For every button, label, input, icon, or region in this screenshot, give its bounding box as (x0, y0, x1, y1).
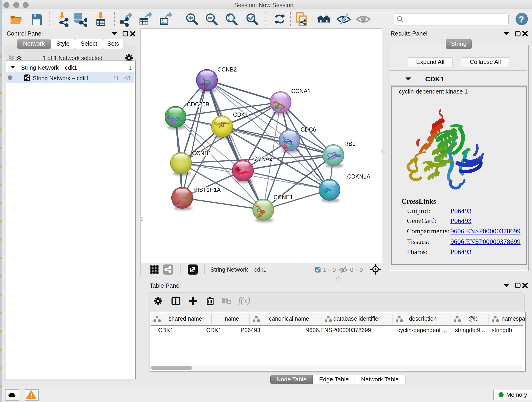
svg-text:HIST1H1A: HIST1H1A (193, 186, 221, 193)
svg-text:CDC25B: CDC25B (187, 101, 209, 108)
svg-text:CDKN1A: CDKN1A (347, 173, 370, 180)
svg-text:CCNB1: CCNB1 (192, 150, 211, 156)
svg-text:CCNE1: CCNE1 (273, 194, 293, 200)
svg-text:CCNA1: CCNA1 (291, 88, 311, 94)
svg-text:CCNB2: CCNB2 (217, 66, 237, 73)
svg-text:CDK1: CDK1 (233, 111, 248, 118)
svg-text:CDC6: CDC6 (301, 126, 316, 133)
svg-text:RB1: RB1 (344, 140, 355, 147)
svg-text:CCNA2: CCNA2 (253, 155, 273, 162)
